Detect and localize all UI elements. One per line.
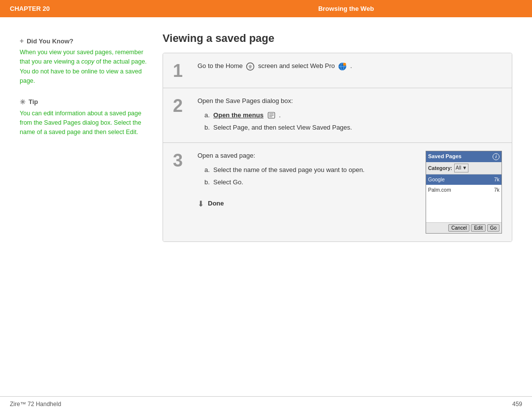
menus-icon bbox=[267, 111, 276, 120]
step-3: 3 Open a saved page: a. Select the name … bbox=[163, 143, 512, 241]
dialog-list-item-google[interactable]: Google 7k bbox=[426, 174, 501, 185]
step-2b: b. Select Page, and then select View Sav… bbox=[204, 123, 502, 133]
cancel-button[interactable]: Cancel bbox=[448, 224, 469, 232]
category-label: Category: bbox=[428, 164, 452, 172]
page-footer: Zire™ 72 Handheld 459 bbox=[0, 396, 532, 411]
step-1-number: 1 bbox=[173, 62, 198, 80]
step-3-inner: Open a saved page: a. Select the name of… bbox=[198, 151, 502, 233]
item-name-google: Google bbox=[428, 175, 445, 184]
step-2-text: Open the Save Pages dialog box: bbox=[198, 96, 502, 106]
category-value: All bbox=[456, 164, 461, 172]
dialog-list-item-palm[interactable]: Palm.com 7k bbox=[426, 185, 501, 195]
tip-label: Tip bbox=[29, 98, 38, 105]
home-icon bbox=[246, 62, 255, 71]
dialog-category-row: Category: All ▼ bbox=[426, 162, 501, 174]
go-button[interactable]: Go bbox=[487, 224, 499, 232]
item-name-palm: Palm.com bbox=[428, 186, 451, 194]
web-pro-icon bbox=[338, 62, 347, 71]
saved-pages-dialog: Saved Pages i Category: All ▼ bbox=[426, 151, 502, 233]
tip-text: You can edit information about a saved p… bbox=[20, 109, 148, 137]
done-arrow-icon: ⬇ bbox=[198, 198, 204, 210]
step-2-body: Open the Save Pages dialog box: a. Open … bbox=[198, 96, 502, 135]
edit-button[interactable]: Edit bbox=[471, 224, 485, 232]
star-icon: ✳ bbox=[20, 98, 26, 106]
page-header: CHAPTER 20 Browsing the Web bbox=[0, 0, 532, 17]
step-3a: a. Select the name of the saved page you… bbox=[204, 165, 416, 175]
step-3-number: 3 bbox=[173, 152, 198, 170]
step-1: 1 Go to the Home screen and select Web P… bbox=[163, 53, 512, 88]
info-icon: i bbox=[493, 153, 499, 160]
dialog-title: Saved Pages bbox=[428, 152, 462, 161]
step-3-body: Open a saved page: a. Select the name of… bbox=[198, 151, 502, 233]
dialog-buttons: Cancel Edit Go bbox=[426, 222, 501, 233]
step-2: 2 Open the Save Pages dialog box: a. Ope… bbox=[163, 88, 512, 143]
step-3b: b. Select Go. bbox=[204, 177, 416, 188]
done-row: ⬇ Done bbox=[198, 194, 416, 210]
dialog-list-empty-space bbox=[426, 195, 501, 222]
open-menus-label: Open the menus bbox=[213, 111, 264, 119]
tip-section: ✳ Tip You can edit information about a s… bbox=[20, 98, 148, 137]
page-title: Viewing a saved page bbox=[163, 32, 512, 45]
footer-product-name: Zire™ 72 Handheld bbox=[10, 401, 61, 408]
did-you-know-section: + Did You Know? When you view your saved… bbox=[20, 37, 148, 86]
item-size-google: 7k bbox=[494, 175, 499, 184]
svg-point-4 bbox=[343, 63, 346, 66]
category-dropdown[interactable]: All ▼ bbox=[454, 164, 468, 172]
section-title: Browsing the Web bbox=[170, 5, 522, 12]
chapter-label: CHAPTER 20 bbox=[10, 5, 170, 12]
footer-page-number: 459 bbox=[512, 401, 522, 408]
step-2-number: 2 bbox=[173, 97, 198, 115]
plus-icon: + bbox=[20, 37, 24, 45]
did-you-know-heading: + Did You Know? bbox=[20, 37, 148, 45]
did-you-know-label: Did You Know? bbox=[27, 37, 73, 45]
step-3-main-text: Open a saved page: bbox=[198, 151, 416, 161]
sidebar: + Did You Know? When you view your saved… bbox=[20, 32, 148, 242]
dialog-title-bar: Saved Pages i bbox=[426, 151, 501, 162]
content-area: Viewing a saved page 1 Go to the Home sc… bbox=[163, 32, 512, 242]
steps-container: 1 Go to the Home screen and select Web P… bbox=[163, 53, 512, 242]
step-1-body: Go to the Home screen and select Web Pro bbox=[198, 61, 502, 75]
tip-heading: ✳ Tip bbox=[20, 98, 148, 106]
item-size-palm: 7k bbox=[494, 186, 499, 194]
step-1-text: Go to the Home screen and select Web Pro bbox=[198, 61, 502, 71]
step-3-text-area: Open a saved page: a. Select the name of… bbox=[198, 151, 416, 233]
main-content: + Did You Know? When you view your saved… bbox=[0, 17, 532, 257]
done-label: Done bbox=[208, 199, 224, 209]
step-2a: a. Open the menus . bbox=[204, 110, 502, 121]
dropdown-arrow-icon: ▼ bbox=[462, 164, 467, 172]
dialog-list: Google 7k Palm.com 7k bbox=[426, 174, 501, 222]
did-you-know-text: When you view your saved pages, remember… bbox=[20, 48, 148, 86]
